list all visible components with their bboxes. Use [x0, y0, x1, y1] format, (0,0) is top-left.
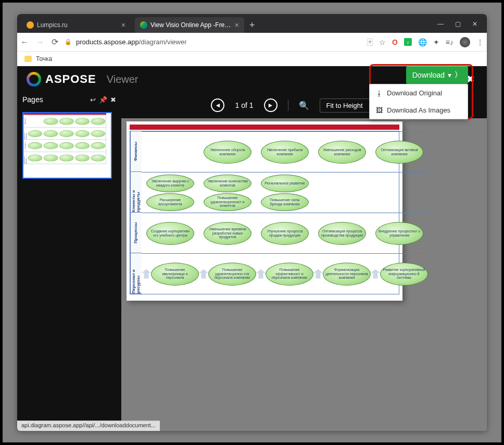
node: Внедрение процессног о управления: [375, 222, 423, 245]
node: Повышение удовлетворенност и клиентов: [204, 193, 251, 211]
download-menu: ⭳ Download Original 🖾 Download As Images: [369, 84, 468, 119]
node: Увеличение оборота компании: [204, 141, 251, 164]
app-header: ASPOSE Viewer Download ▾ 〉 ⭳ Download Or…: [17, 66, 487, 92]
close-panel-icon[interactable]: ✖: [110, 96, 116, 104]
pages-label: Pages: [22, 95, 43, 104]
node: Оптимизация процесса производства продук…: [318, 222, 366, 245]
item-label: Download Original: [387, 89, 442, 97]
back-icon[interactable]: ←: [20, 38, 29, 47]
prev-page-icon[interactable]: ◄: [211, 98, 224, 112]
download-images-item[interactable]: 🖾 Download As Images: [370, 102, 468, 119]
opera-ext-icon[interactable]: O: [392, 38, 398, 46]
node: Формализация деятельности персонала комп…: [323, 263, 371, 286]
download-label: Download: [412, 71, 445, 79]
forward-icon[interactable]: →: [36, 38, 44, 47]
reload-icon[interactable]: ⟳: [52, 37, 58, 47]
zoom-select[interactable]: Fit to Height: [320, 98, 376, 113]
folder-icon: [24, 56, 32, 62]
brand-text: ASPOSE: [45, 72, 96, 86]
tab-title: View Visio Online App -Free Onli: [150, 21, 232, 29]
row-label: Финансы: [130, 131, 142, 172]
status-text: api.diagram.aspose.app//api/.../download…: [21, 422, 156, 428]
close-tab-icon[interactable]: ×: [235, 21, 239, 29]
pages-panel: Pages ↩ 📌 ✖ Финансы: [17, 92, 121, 431]
row-label: Персонал и ресурсы: [130, 253, 142, 294]
node: Развитие корпоративной информационно й с…: [380, 263, 428, 286]
minimize-icon[interactable]: —: [437, 20, 444, 28]
playlist-ext-icon[interactable]: ≡♪: [446, 38, 453, 46]
url-input[interactable]: 🔒 products.aspose.app/diagram/viewer: [65, 38, 361, 46]
app-area: ASPOSE Viewer Download ▾ 〉 ⭳ Download Or…: [17, 66, 487, 431]
arrow-up-icon: [313, 269, 323, 279]
translate-icon[interactable]: 🀄︎: [367, 38, 373, 46]
node: Региональное развитие: [261, 175, 309, 192]
row-label: Клиенты и продукты: [130, 172, 142, 213]
node: Увеличение прибыли компании: [261, 141, 309, 164]
tab-1[interactable]: View Visio Online App -Free Onli ×: [135, 17, 244, 33]
zoom-out-icon[interactable]: 🔍: [299, 101, 309, 110]
new-tab-button[interactable]: +: [249, 20, 255, 31]
arrow-up-icon: [142, 269, 151, 279]
logo-swirl-icon: [27, 72, 41, 86]
row-label: Процессы: [130, 213, 142, 253]
node: Повышение эффективност и персонала компа…: [266, 263, 313, 286]
node: Уменьшение времени разработки новых прод…: [204, 222, 251, 245]
pin-icon[interactable]: 📌: [99, 96, 107, 104]
arrow-up-icon: [256, 269, 266, 279]
window-controls: — ▢ ✕: [437, 20, 487, 33]
bookmark-star-icon[interactable]: ☆: [379, 38, 386, 46]
aspose-logo[interactable]: ASPOSE: [27, 72, 96, 86]
music-ext-icon[interactable]: ♪: [404, 38, 412, 46]
download-original-item[interactable]: ⭳ Download Original: [370, 84, 468, 102]
tab-0[interactable]: Lumpics.ru ×: [21, 17, 131, 33]
doc-header-bar: [130, 125, 399, 130]
close-tab-icon[interactable]: ×: [121, 21, 125, 29]
arrow-up-icon: [199, 269, 208, 279]
bookmarks-bar: Точка: [17, 52, 487, 66]
download-area: Download ▾ 〉 ⭳ Download Original 🖾 Downl…: [406, 66, 468, 84]
node: Расширение ассортимента: [146, 193, 194, 211]
menu-dots-icon[interactable]: ⋮: [476, 38, 484, 46]
images-icon: 🖾: [376, 106, 383, 114]
status-bar: api.diagram.aspose.app//api/.../download…: [17, 421, 160, 431]
caret-down-icon: ▾: [448, 71, 451, 79]
url-path: /diagram/viewer: [139, 38, 187, 46]
globe-ext-icon[interactable]: 🌐: [418, 38, 427, 46]
diagram-grid: Финансы Увеличение оборота компании Увел…: [130, 131, 399, 294]
page-counter: 1 of 1: [235, 101, 253, 109]
node: Повышение силы бренда компании: [261, 193, 309, 211]
favicon-1: [140, 21, 147, 29]
undo-icon[interactable]: ↩: [90, 96, 96, 104]
node: Повышение удовлетворенно сти персонала к…: [208, 263, 256, 286]
node: Увеличение количества клиентов: [204, 175, 251, 192]
document-page: Финансы Увеличение оборота компании Увел…: [127, 121, 402, 301]
puzzle-ext-icon[interactable]: ✦: [433, 38, 439, 46]
close-window-icon[interactable]: ✕: [472, 20, 477, 28]
lock-icon: 🔒: [65, 39, 72, 45]
node: Улучшение процесса продаж продукции: [261, 222, 309, 245]
download-button[interactable]: Download ▾ 〉: [406, 66, 468, 84]
titlebar: Lumpics.ru × View Visio Online App -Free…: [17, 14, 487, 33]
favicon-0: [27, 21, 34, 29]
maximize-icon[interactable]: ▢: [455, 20, 461, 28]
chevron-right-icon: 〉: [455, 70, 462, 80]
viewer-label: Viewer: [107, 73, 138, 85]
profile-avatar-icon[interactable]: [460, 37, 470, 47]
node: Оптимизация активов компании: [375, 141, 423, 164]
tab-title: Lumpics.ru: [37, 21, 118, 29]
node: Уменьшение расходов компании: [318, 141, 366, 164]
canvas[interactable]: Финансы Увеличение оборота компании Увел…: [121, 118, 487, 431]
download-icon: ⭳: [376, 89, 383, 97]
arrow-up-icon: [371, 269, 380, 279]
node: Увеличение выручки с каждого клиента: [146, 175, 194, 192]
url-domain: products.aspose.app: [76, 38, 139, 46]
address-bar: ← → ⟳ 🔒 products.aspose.app/diagram/view…: [17, 33, 487, 52]
node: Повышение квалификаци и персонала: [151, 263, 199, 286]
page-thumbnail[interactable]: Финансы Клиенты и продукты: [22, 112, 112, 179]
item-label: Download As Images: [387, 106, 450, 114]
node: Создание корпоративн ого учебного центра: [146, 222, 194, 245]
next-page-icon[interactable]: ►: [264, 98, 278, 112]
browser-window: Lumpics.ru × View Visio Online App -Free…: [17, 14, 487, 431]
extension-icons: 🀄︎ ☆ O ♪ 🌐 ✦ ≡♪ ⋮: [367, 37, 484, 47]
bookmark-item[interactable]: Точка: [36, 55, 52, 63]
